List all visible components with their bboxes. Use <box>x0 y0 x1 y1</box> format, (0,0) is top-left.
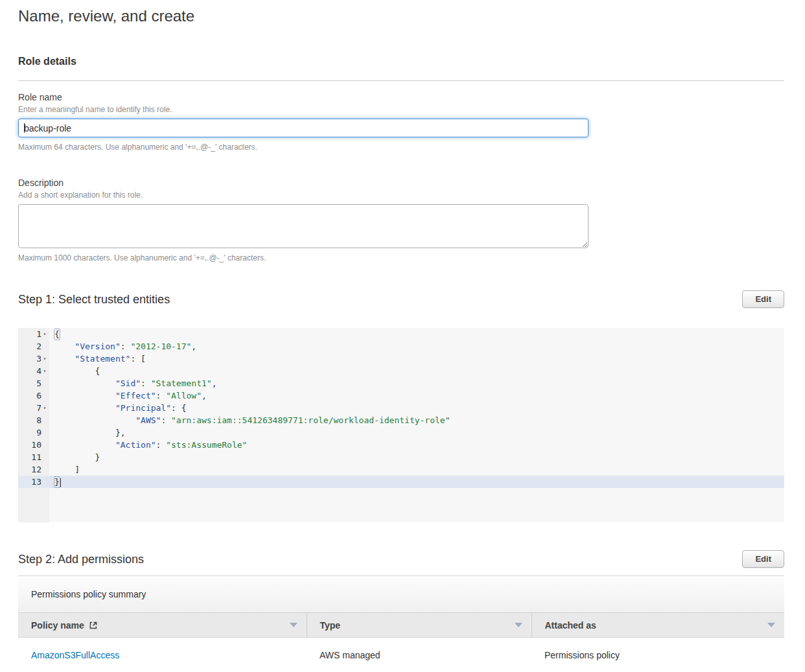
table-row: AmazonS3FullAccessAWS managedPermissions… <box>18 638 784 672</box>
code-line[interactable]: "Sid": "Statement1", <box>49 377 784 389</box>
filter-icon[interactable] <box>515 623 522 627</box>
role-name-field: Role name Enter a meaningful name to ide… <box>18 92 784 152</box>
role-details-section: Role details Role name Enter a meaningfu… <box>18 56 784 262</box>
description-textarea[interactable] <box>18 204 589 248</box>
fold-arrow-icon[interactable]: ▾ <box>41 328 48 340</box>
line-number: 4▾ <box>18 365 49 377</box>
code-line[interactable]: { <box>49 328 784 340</box>
policy-name-column-label: Policy name <box>31 620 84 631</box>
permissions-summary-panel: Permissions policy summary Policy name <box>18 575 784 672</box>
filter-icon[interactable] <box>767 623 775 627</box>
editor-caret <box>60 478 61 487</box>
text-caret <box>24 123 25 133</box>
role-name-constraint: Maximum 64 characters. Use alphanumeric … <box>18 143 784 152</box>
step1-heading: Step 1: Select trusted entities <box>18 292 170 307</box>
code-line[interactable]: "Effect": "Allow", <box>49 389 784 402</box>
fold-arrow-icon[interactable]: ▾ <box>41 365 48 377</box>
code-line[interactable]: } <box>49 451 784 463</box>
column-header-type[interactable]: Type <box>307 613 531 638</box>
policy-name-cell: AmazonS3FullAccess <box>18 638 307 672</box>
code-line[interactable]: "Statement": [ <box>49 353 784 365</box>
line-number: 2 <box>18 340 49 353</box>
line-number: 11 <box>18 451 49 463</box>
step2-section: Step 2: Add permissions Edit Permissions… <box>18 550 784 672</box>
code-line[interactable]: "Principal": { <box>49 402 784 414</box>
role-name-label: Role name <box>18 92 784 103</box>
line-number: 5 <box>18 377 49 389</box>
step2-heading: Step 2: Add permissions <box>18 551 144 567</box>
code-line[interactable]: }, <box>49 426 784 439</box>
editor-gutter: 1▾23▾4▾567▾8910111213 <box>18 328 49 522</box>
description-field: Description Add a short explanation for … <box>18 178 784 262</box>
step1-section: Step 1: Select trusted entities Edit 1▾2… <box>18 290 784 522</box>
line-number: 10 <box>18 439 49 451</box>
description-hint: Add a short explanation for this role. <box>18 191 784 200</box>
line-number: 9 <box>18 426 49 439</box>
name-review-create-page: Name, review, and create Role details Ro… <box>0 0 805 672</box>
column-header-attached-as[interactable]: Attached as <box>531 613 784 638</box>
line-number: 13 <box>18 476 49 488</box>
edit-permissions-button[interactable]: Edit <box>742 550 784 568</box>
description-label: Description <box>18 178 784 189</box>
code-line[interactable]: { <box>49 365 784 377</box>
fold-arrow-icon[interactable]: ▾ <box>41 353 48 365</box>
line-number: 8 <box>18 414 49 426</box>
type-column-label: Type <box>320 620 341 631</box>
edit-trusted-entities-button[interactable]: Edit <box>742 290 784 308</box>
role-details-heading: Role details <box>18 56 784 67</box>
trust-policy-editor[interactable]: 1▾23▾4▾567▾8910111213 { "Version": "2012… <box>18 328 784 522</box>
editor-code-area[interactable]: { "Version": "2012-10-17", "Statement": … <box>49 328 784 522</box>
code-line[interactable]: "Version": "2012-10-17", <box>49 340 784 353</box>
role-name-hint: Enter a meaningful name to identify this… <box>18 105 784 114</box>
line-number: 6 <box>18 389 49 402</box>
permissions-summary-title: Permissions policy summary <box>18 576 784 612</box>
column-header-policy-name[interactable]: Policy name <box>18 613 307 638</box>
attached-as-cell: Permissions policy <box>531 638 784 672</box>
line-number: 1▾ <box>18 328 49 340</box>
code-line[interactable]: "AWS": "arn:aws:iam::541263489771:role/w… <box>49 414 784 426</box>
code-line[interactable]: ] <box>49 463 784 476</box>
description-constraint: Maximum 1000 characters. Use alphanumeri… <box>18 253 784 262</box>
external-link-icon[interactable] <box>89 621 98 630</box>
policy-type-cell: AWS managed <box>307 638 531 672</box>
fold-arrow-icon[interactable]: ▾ <box>41 402 48 414</box>
code-line[interactable]: } <box>49 476 784 488</box>
role-name-input[interactable] <box>18 119 589 137</box>
policy-table: Policy name <box>18 612 784 672</box>
filter-icon[interactable] <box>290 623 298 627</box>
attached-as-column-label: Attached as <box>545 620 596 631</box>
line-number: 12 <box>18 463 49 476</box>
divider <box>18 80 784 81</box>
line-number: 7▾ <box>18 402 49 414</box>
line-number: 3▾ <box>18 353 49 365</box>
page-title: Name, review, and create <box>18 6 784 26</box>
policy-name-link[interactable]: AmazonS3FullAccess <box>31 650 119 660</box>
code-line[interactable]: "Action": "sts:AssumeRole" <box>49 439 784 451</box>
